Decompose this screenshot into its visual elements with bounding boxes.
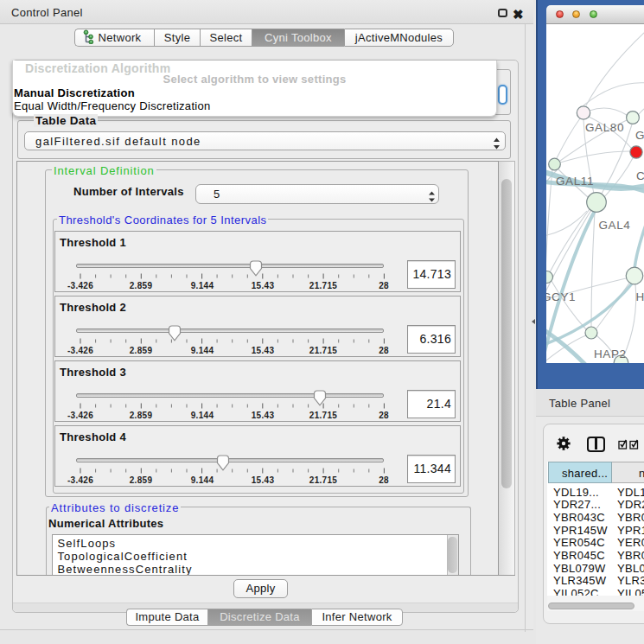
svg-text:GCY1: GCY1 <box>546 290 576 303</box>
svg-text:GAL11: GAL11 <box>556 175 594 188</box>
svg-text:HI: HI <box>636 290 644 303</box>
svg-text:C: C <box>636 169 644 182</box>
svg-text:GAL4: GAL4 <box>599 219 631 232</box>
svg-text:GA: GA <box>635 129 644 142</box>
svg-text:HAP2: HAP2 <box>594 348 627 360</box>
svg-text:GAL80: GAL80 <box>585 121 624 134</box>
